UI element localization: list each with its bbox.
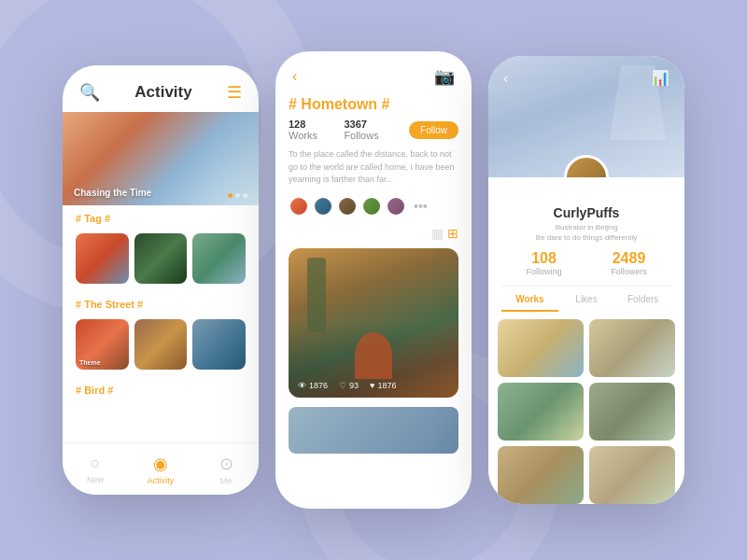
menu-icon[interactable]: ☰ [227,82,242,103]
activity-icon: ◉ [153,454,168,474]
contributor-avatars: ••• [275,196,472,226]
phones-container: 🔍 Activity ☰ Chasing the Time # Tag # # … [63,51,684,509]
following-stat: 108 Following [501,250,586,276]
profile-back-icon[interactable]: ‹ [503,70,508,87]
more-avatars-indicator: ••• [414,199,428,214]
secondary-artwork-1[interactable] [289,407,458,454]
grid-view-icon[interactable]: ⊞ [447,226,458,241]
tag-section-title: # Tag # [76,213,246,224]
profile-header-bg: ‹ 📊 [488,56,684,177]
thumb-street-2[interactable] [134,319,188,370]
view-stat: 👁 1876 [298,381,328,390]
avatar-1 [289,196,309,217]
works-grid [488,312,684,504]
works-count: 128 [289,119,305,130]
user-bio: Illustrator in Beijing Be dare to do thi… [488,222,684,243]
artwork-stats: 👁 1876 ♡ 93 ♥ 1876 [298,381,449,390]
activity-header: 🔍 Activity ☰ [63,65,259,112]
username: CurlyPuffs [488,205,684,220]
tag-thumbs [63,233,259,291]
new-icon: ○ [91,454,101,473]
nav-activity-label: Activity [148,476,175,485]
hero-label: Chasing the Time [74,188,151,198]
following-count: 108 [501,250,586,267]
follow-button[interactable]: Follow [409,121,458,139]
art-figure [355,332,392,379]
thumb-tag-3[interactable] [192,233,246,284]
hometown-description: To the place called the distance, back t… [275,148,472,196]
work-1[interactable] [498,319,584,377]
followers-stat: 2489 Followers [586,250,671,276]
search-icon[interactable]: 🔍 [79,82,100,103]
tab-works[interactable]: Works [501,294,558,312]
stats-icon[interactable]: 📊 [651,69,669,87]
thumb-tag-2[interactable] [134,233,188,284]
bio-line-1: Illustrator in Beijing [555,223,618,231]
follows-stat: 3367 Follows [344,119,394,141]
thumb-street-3[interactable] [192,319,246,370]
hero-image: Chasing the Time [63,112,259,205]
like-stat: ♥ 1876 [370,381,396,390]
dot-1 [228,193,233,198]
tab-likes[interactable]: Likes [558,294,615,312]
comment-count: 93 [349,381,359,390]
bird-section: # Bird # [63,377,259,405]
work-2[interactable] [589,319,675,377]
profile-nav: ‹ 📊 [488,69,684,87]
bottom-nav: ○ New ◉ Activity ⊙ Me [63,442,259,495]
title-hash-2: # [382,96,390,112]
followers-count: 2489 [586,250,671,267]
work-4[interactable] [589,383,675,441]
profile-info: CurlyPuffs Illustrator in Beijing Be dar… [488,177,684,243]
back-icon[interactable]: ‹ [292,68,297,85]
work-5[interactable] [498,446,584,504]
hometown-header: ‹ 📷 [275,51,472,96]
work-3[interactable] [498,383,584,441]
activity-title: Activity [134,83,191,102]
phone-activity: 🔍 Activity ☰ Chasing the Time # Tag # # … [63,65,259,495]
avatar-5 [386,196,406,217]
nav-new[interactable]: ○ New [63,454,128,484]
bio-line-2: Be dare to do things differently [536,233,637,242]
street-section: # The Street # [63,291,259,319]
avatar-2 [313,196,333,217]
bird-section-title: # Bird # [76,385,246,396]
thumb-street-1[interactable]: Theme [76,319,129,370]
view-count: 1876 [309,381,328,390]
profile-stats: 108 Following 2489 Followers [501,250,671,287]
title-hash-1: # [289,96,301,112]
avatar-4 [361,196,382,217]
comment-stat: ♡ 93 [339,381,359,390]
eye-icon: 👁 [298,381,306,390]
hero-dots [228,193,247,198]
nav-me[interactable]: ⊙ Me [193,454,259,485]
followers-label: Followers [586,267,671,276]
hometown-stats: 128 Works 3367 Follows Follow [275,119,472,148]
avatar-3 [337,196,358,217]
camera-icon[interactable]: 📷 [434,66,455,87]
follows-count: 3367 [344,119,366,130]
thumb-tag-1[interactable] [76,233,129,284]
tag-section: # Tag # [63,205,259,233]
dot-2 [235,193,240,198]
tab-folders[interactable]: Folders [614,294,671,312]
nav-me-label: Me [220,476,233,485]
street-thumbs: Theme [63,319,259,377]
profile-tabs: Works Likes Folders [488,287,684,312]
me-icon: ⊙ [219,454,233,474]
heart-icon: ♥ [370,381,374,390]
nav-activity[interactable]: ◉ Activity [128,454,193,485]
following-label: Following [501,267,586,276]
street-section-title: # The Street # [76,299,246,310]
list-view-icon[interactable]: ▦ [431,226,444,241]
like-count: 1876 [377,381,396,390]
works-label: Works [289,130,317,141]
thumb-label: Theme [79,359,101,366]
hometown-title: # Hometown # [275,96,472,119]
profile-avatar-wrap [564,155,609,177]
nav-new-label: New [87,475,104,484]
secondary-artworks [275,398,472,461]
work-6[interactable] [589,446,675,504]
featured-artwork[interactable]: 👁 1876 ♡ 93 ♥ 1876 [289,248,458,398]
phone-hometown: ‹ 📷 # Hometown # 128 Works 3367 Follows … [275,51,472,509]
